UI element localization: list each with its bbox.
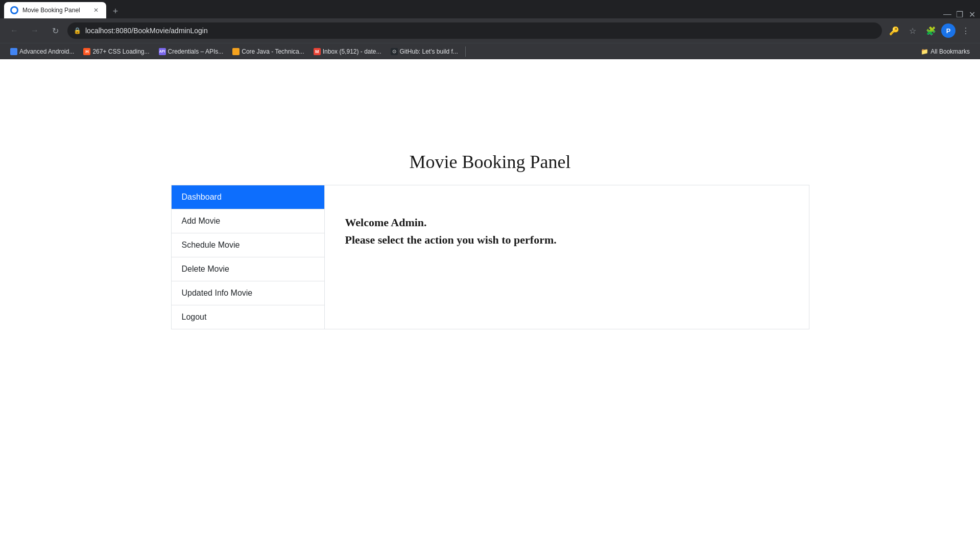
sidebar-item-dashboard[interactable]: Dashboard: [172, 185, 324, 209]
sidebar-item-updated-info-movie[interactable]: Updated Info Movie: [172, 281, 324, 305]
menu-icon[interactable]: ⋮: [958, 22, 974, 39]
bookmark-gmail-label: Inbox (5,912) - date...: [323, 48, 381, 55]
forward-button[interactable]: →: [27, 22, 43, 39]
welcome-text: Welcome Admin.: [345, 216, 788, 229]
cast-icon[interactable]: 🔑: [886, 22, 902, 39]
toolbar-right: 🔑 ☆ 🧩 P ⋮: [886, 22, 974, 39]
minimize-button[interactable]: —: [943, 10, 951, 18]
all-bookmarks-button[interactable]: 📁 All Bookmarks: [917, 46, 974, 57]
bookmarks-divider: [465, 46, 466, 57]
sidebar-item-schedule-movie[interactable]: Schedule Movie: [172, 233, 324, 257]
bookmark-api-label: Credentials – APIs...: [168, 48, 224, 55]
bookmark-css[interactable]: H 267+ CSS Loading...: [79, 46, 153, 57]
bookmark-gmail-favicon: M: [314, 48, 321, 55]
bookmark-github-label: GitHub: Let's build f...: [400, 48, 458, 55]
url-text: localhost:8080/BookMovie/adminLogin: [85, 27, 876, 35]
sidebar-item-add-movie[interactable]: Add Movie: [172, 209, 324, 233]
browser-toolbar: ← → ↻ 🔒 localhost:8080/BookMovie/adminLo…: [0, 18, 980, 43]
tab-favicon: [10, 6, 18, 14]
bookmarks-bar: Advanced Android... H 267+ CSS Loading..…: [0, 43, 980, 59]
all-bookmarks-folder-icon: 📁: [921, 48, 928, 55]
bookmark-android-favicon: [10, 48, 17, 55]
address-bar[interactable]: 🔒 localhost:8080/BookMovie/adminLogin: [67, 22, 882, 39]
browser-chrome: Movie Booking Panel ✕ + — ❐ ✕ ← → ↻ 🔒 lo…: [0, 0, 980, 59]
bookmark-api[interactable]: API Credentials – APIs...: [155, 46, 228, 57]
bookmark-java-favicon: [232, 48, 240, 55]
active-tab[interactable]: Movie Booking Panel ✕: [4, 2, 106, 18]
bookmark-github-favicon: ⊙: [391, 48, 398, 55]
bookmark-gmail[interactable]: M Inbox (5,912) - date...: [309, 46, 386, 57]
reload-button[interactable]: ↻: [47, 22, 63, 39]
bookmark-github[interactable]: ⊙ GitHub: Let's build f...: [387, 46, 462, 57]
close-button[interactable]: ✕: [968, 10, 976, 18]
bookmark-android-label: Advanced Android...: [19, 48, 74, 55]
sidebar: Dashboard Add Movie Schedule Movie Delet…: [171, 185, 324, 329]
extension-icon[interactable]: 🧩: [923, 22, 939, 39]
sidebar-item-delete-movie[interactable]: Delete Movie: [172, 257, 324, 281]
main-panel: Welcome Admin. Please select the action …: [324, 185, 809, 329]
page-title: Movie Booking Panel: [410, 151, 571, 173]
bookmark-api-favicon: API: [159, 48, 166, 55]
main-layout: Dashboard Add Movie Schedule Movie Delet…: [171, 185, 809, 329]
sidebar-item-logout[interactable]: Logout: [172, 305, 324, 329]
bookmark-css-label: 267+ CSS Loading...: [92, 48, 149, 55]
bookmark-css-favicon: H: [83, 48, 90, 55]
all-bookmarks-label: All Bookmarks: [930, 48, 970, 55]
lock-icon: 🔒: [74, 27, 81, 34]
profile-avatar[interactable]: P: [941, 23, 955, 38]
window-controls: — ❐ ✕: [943, 10, 976, 18]
back-button[interactable]: ←: [6, 22, 22, 39]
bookmark-java-label: Core Java - Technica...: [242, 48, 304, 55]
action-text: Please select the action you wish to per…: [345, 233, 788, 247]
page-content: Movie Booking Panel Dashboard Add Movie …: [0, 59, 980, 531]
tab-bar: Movie Booking Panel ✕ + — ❐ ✕: [0, 0, 980, 18]
bookmark-java[interactable]: Core Java - Technica...: [228, 46, 308, 57]
bookmark-star-icon[interactable]: ☆: [904, 22, 921, 39]
tab-title: Movie Booking Panel: [22, 7, 88, 14]
bookmark-android[interactable]: Advanced Android...: [6, 46, 78, 57]
tab-close-button[interactable]: ✕: [92, 6, 100, 14]
restore-button[interactable]: ❐: [955, 10, 964, 18]
new-tab-button[interactable]: +: [108, 4, 123, 18]
